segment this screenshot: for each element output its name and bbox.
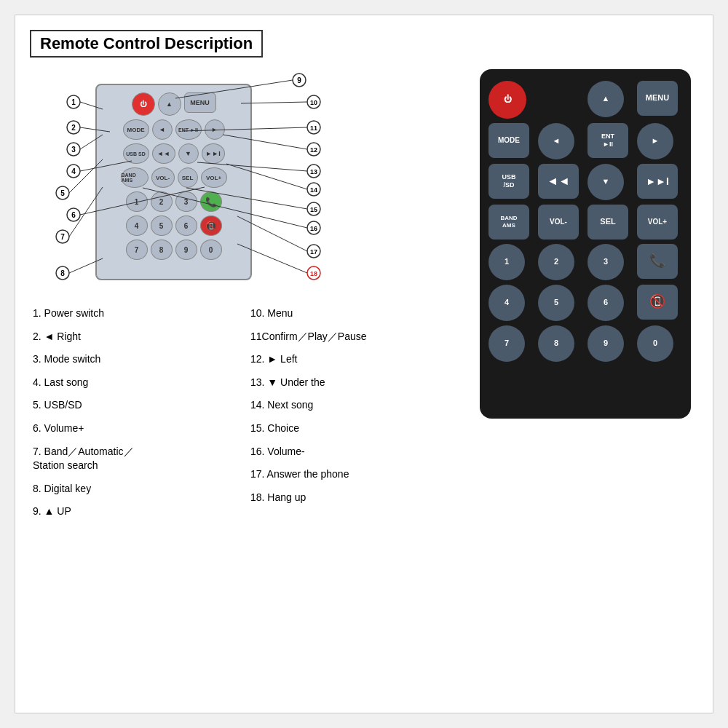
- real-next-btn[interactable]: ►►I: [637, 164, 678, 199]
- real-down-btn[interactable]: ▼: [587, 164, 624, 200]
- svg-text:18: 18: [310, 270, 317, 277]
- diag-9-btn[interactable]: 9: [175, 240, 197, 260]
- real-hangup-btn[interactable]: 📵: [637, 285, 678, 320]
- diag-0-btn[interactable]: 0: [200, 240, 222, 260]
- diag-1-btn[interactable]: 1: [126, 191, 148, 212]
- desc-2: 2. ◄ Right: [30, 325, 248, 349]
- desc-9: 9. ▲ UP: [30, 500, 248, 523]
- diag-up-btn[interactable]: ▲: [158, 92, 181, 116]
- desc-13: 13. ▼ Under the: [248, 371, 465, 395]
- svg-point-6: [67, 143, 80, 156]
- desc-10: 10. Menu: [248, 302, 465, 325]
- svg-text:1: 1: [71, 98, 76, 106]
- real-5-btn[interactable]: 5: [538, 285, 574, 321]
- diag-6-btn[interactable]: 6: [175, 215, 197, 236]
- real-2-btn[interactable]: 2: [538, 244, 574, 280]
- svg-point-36: [307, 165, 320, 178]
- real-mode-btn[interactable]: MODE: [488, 123, 529, 158]
- svg-text:9: 9: [297, 76, 301, 84]
- desc-18: 18. Hang up: [248, 486, 465, 510]
- svg-text:3: 3: [71, 146, 76, 154]
- diag-left-btn[interactable]: ◄: [152, 119, 173, 140]
- desc-8: 8. Digital key: [30, 478, 248, 501]
- svg-text:8: 8: [60, 269, 65, 277]
- real-7-btn[interactable]: 7: [488, 325, 525, 362]
- diag-4-btn[interactable]: 4: [126, 215, 148, 236]
- desc-16: 16. Volume-: [248, 440, 465, 464]
- real-menu-btn[interactable]: MENU: [637, 81, 678, 116]
- svg-point-33: [307, 143, 320, 156]
- real-9-btn[interactable]: 9: [587, 325, 624, 362]
- real-ent-btn[interactable]: ENT►II: [587, 123, 628, 158]
- real-sel-btn[interactable]: SEL: [587, 205, 628, 240]
- diagram-row-5: 1 2 3 📞: [104, 191, 243, 212]
- diag-volp-btn[interactable]: VOL+: [201, 167, 227, 188]
- real-8-btn[interactable]: 8: [538, 325, 574, 362]
- svg-point-27: [307, 95, 320, 108]
- svg-point-0: [67, 95, 80, 108]
- svg-text:14: 14: [310, 186, 317, 194]
- desc-1-label: Power switch: [44, 307, 104, 319]
- diag-hangup-btn[interactable]: 📵: [200, 215, 222, 236]
- diag-right-btn[interactable]: ►: [205, 119, 225, 140]
- desc-grid: 1. Power switch 2. ◄ Right 3. Mode switc…: [30, 302, 465, 523]
- diagram-row-6: 4 5 6 📵: [104, 215, 243, 236]
- diag-sel-btn[interactable]: SEL: [178, 167, 198, 188]
- real-left-btn[interactable]: ◄: [538, 123, 574, 159]
- real-band-btn[interactable]: BANDAMS: [488, 205, 529, 240]
- diag-7-btn[interactable]: 7: [126, 240, 148, 260]
- real-answer-btn[interactable]: 📞: [637, 244, 678, 279]
- real-4-btn[interactable]: 4: [488, 285, 525, 321]
- diag-menu-btn[interactable]: MENU: [184, 92, 216, 113]
- desc-1: 1. Power switch: [30, 302, 248, 325]
- desc-col-right: 10. Menu 11Confirm／Play／Pause 12. ► Left…: [248, 302, 465, 523]
- svg-point-9: [67, 165, 80, 178]
- desc-7: 7. Band／Automatic／ Station search: [30, 440, 248, 478]
- diag-volm-btn[interactable]: VOL-: [151, 167, 175, 188]
- diag-down-btn[interactable]: ▼: [178, 143, 199, 164]
- diag-ent-btn[interactable]: ENT ►II: [175, 119, 202, 140]
- real-right-btn[interactable]: ►: [637, 123, 673, 159]
- real-0-btn[interactable]: 0: [637, 325, 673, 362]
- diag-power-btn[interactable]: ⏻: [132, 92, 155, 116]
- real-up-btn[interactable]: ▲: [587, 81, 624, 117]
- diag-5-btn[interactable]: 5: [151, 215, 173, 236]
- diag-answer-btn[interactable]: 📞: [200, 191, 222, 212]
- svg-point-24: [293, 74, 306, 87]
- real-prev-btn[interactable]: ◄◄: [538, 164, 579, 199]
- diag-3-btn[interactable]: 3: [175, 191, 197, 212]
- desc-14: 14. Next song: [248, 394, 465, 417]
- real-3-btn[interactable]: 3: [587, 244, 624, 280]
- svg-text:2: 2: [71, 124, 76, 132]
- svg-text:6: 6: [71, 211, 76, 219]
- diagram-row-1: ⏻ ▲ MENU: [104, 92, 243, 116]
- diag-prev-btn[interactable]: ◄◄: [152, 143, 175, 164]
- desc-1-text: 1: [33, 307, 39, 319]
- real-1-btn[interactable]: 1: [488, 244, 525, 280]
- svg-text:12: 12: [310, 146, 317, 154]
- diag-next-btn[interactable]: ►►I: [202, 143, 225, 164]
- diag-usb-btn[interactable]: USB SD: [123, 143, 149, 164]
- real-usb-btn[interactable]: USB/SD: [488, 164, 529, 199]
- desc-section: 1. Power switch 2. ◄ Right 3. Mode switc…: [30, 302, 465, 523]
- svg-text:11: 11: [310, 124, 317, 132]
- desc-11: 11Confirm／Play／Pause: [248, 325, 465, 349]
- diagram-wrapper: ⏻ ▲ MENU MODE ◄ ENT ►II ► USB SD ◄◄: [30, 69, 343, 295]
- diag-band-btn[interactable]: BAND AMS: [121, 167, 149, 188]
- diag-8-btn[interactable]: 8: [151, 240, 173, 260]
- diagram-row-3: USB SD ◄◄ ▼ ►►I: [104, 143, 243, 164]
- diag-mode-btn[interactable]: MODE: [123, 119, 149, 140]
- svg-text:5: 5: [60, 189, 65, 197]
- svg-point-48: [307, 245, 320, 258]
- desc-15: 15. Choice: [248, 417, 465, 440]
- diag-2-btn[interactable]: 2: [151, 191, 173, 212]
- svg-point-39: [307, 183, 320, 196]
- real-power-btn[interactable]: ⏻: [488, 81, 526, 119]
- real-volm-btn[interactable]: VOL-: [538, 205, 579, 240]
- desc-12: 12. ► Left: [248, 348, 465, 371]
- real-volp-btn[interactable]: VOL+: [637, 205, 678, 240]
- real-6-btn[interactable]: 6: [587, 285, 624, 321]
- content-area: ⏻ ▲ MENU MODE ◄ ENT ►II ► USB SD ◄◄: [30, 69, 698, 523]
- page-title: Remote Control Description: [30, 30, 263, 58]
- svg-point-21: [56, 266, 69, 280]
